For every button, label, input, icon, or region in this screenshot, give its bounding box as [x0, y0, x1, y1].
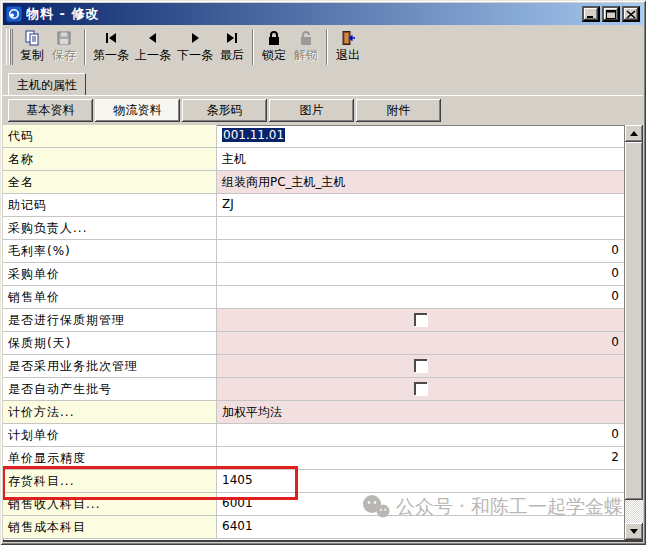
exit-icon [339, 30, 357, 46]
row-auto-batch-no: 是否自动产生批号 [3, 378, 624, 401]
scrollbar-thumb[interactable] [625, 142, 643, 500]
row-label: 单价显示精度 [3, 447, 217, 469]
toolbar-last-button[interactable]: 最后 [216, 27, 248, 67]
lock-icon [265, 30, 283, 46]
row-shelf-life-mgmt: 是否进行保质期管理 [3, 309, 624, 332]
row-label: 是否采用业务批次管理 [3, 355, 217, 377]
row-shelf-life-days: 保质期(天)0 [3, 332, 624, 355]
toolbar-prev-button[interactable]: 上一条 [132, 27, 174, 67]
row-sale-price: 销售单价0 [3, 286, 624, 309]
row-label: 销售成本科目 [3, 516, 217, 538]
scroll-down-button[interactable] [625, 523, 643, 540]
checkbox-auto-batch-no[interactable] [414, 382, 427, 395]
field-code[interactable]: 001.11.01 [217, 125, 624, 147]
tab-label: 基本资料 [27, 102, 75, 119]
toolbar-exit-button[interactable]: 退出 [332, 27, 364, 67]
toolbar-button-label: 解锁 [294, 47, 318, 64]
tab-label: 附件 [387, 102, 411, 119]
toolbar-first-button[interactable]: 第一条 [90, 27, 132, 67]
row-mnemonic-code: 助记码ZJ [3, 194, 624, 217]
field-price-precision[interactable]: 2 [217, 447, 624, 469]
toolbar-button-label: 退出 [336, 47, 360, 64]
field-pricing-method[interactable]: 加权平均法 [217, 401, 624, 423]
tab-label: 图片 [300, 102, 324, 119]
toolbar-separator [326, 29, 328, 65]
field-batch-mgmt[interactable] [217, 355, 624, 377]
row-label: 计划单价 [3, 424, 217, 446]
field-sale-price[interactable]: 0 [217, 286, 624, 308]
toolbar-button-label: 下一条 [177, 47, 213, 64]
row-label: 存货科目... [3, 470, 217, 492]
row-batch-mgmt: 是否采用业务批次管理 [3, 355, 624, 378]
tab-entity-properties[interactable]: 主机的属性 [8, 73, 86, 95]
toolbar: 复制保存第一条上一条下一条最后锁定解锁退出 [3, 25, 643, 69]
tab-label: 条形码 [207, 102, 243, 119]
row-label: 采购负责人... [3, 217, 217, 239]
close-button[interactable] [622, 6, 640, 22]
row-label: 助记码 [3, 194, 217, 216]
tab-basic[interactable]: 基本资料 [8, 99, 93, 122]
checkbox-batch-mgmt[interactable] [414, 359, 427, 372]
tab-picture[interactable]: 图片 [269, 99, 354, 122]
toolbar-save-button: 保存 [48, 27, 80, 67]
field-name[interactable]: 主机 [217, 148, 624, 170]
scroll-up-button[interactable] [625, 125, 643, 142]
copy-icon [23, 30, 41, 46]
row-purchase-manager: 采购负责人... [3, 217, 624, 240]
row-code: 代码001.11.01 [3, 125, 624, 148]
minimize-button[interactable] [582, 6, 600, 22]
toolbar-next-button[interactable]: 下一条 [174, 27, 216, 67]
row-label: 保质期(天) [3, 332, 217, 354]
row-pricing-method: 计价方法...加权平均法 [3, 401, 624, 424]
field-shelf-life-mgmt[interactable] [217, 309, 624, 331]
checkbox-shelf-life-mgmt[interactable] [414, 313, 427, 326]
field-planned-price[interactable]: 0 [217, 424, 624, 446]
tab-barcode[interactable]: 条形码 [182, 99, 267, 122]
toolbar-unlock-button: 解锁 [290, 27, 322, 67]
maximize-icon [606, 10, 616, 19]
last-record-icon [223, 30, 241, 46]
property-grid-rows: 代码001.11.01名称主机全名组装商用PC_主机_主机助记码ZJ采购负责人.… [3, 125, 624, 540]
field-sales-cost-account[interactable]: 6401 [217, 516, 624, 538]
field-full-name[interactable]: 组装商用PC_主机_主机 [217, 171, 624, 193]
row-label: 是否进行保质期管理 [3, 309, 217, 331]
toolbar-button-label: 锁定 [262, 47, 286, 64]
row-purchase-price: 采购单价0 [3, 263, 624, 286]
toolbar-button-label: 保存 [52, 47, 76, 64]
field-inventory-account[interactable]: 1405 [217, 470, 624, 492]
scrollbar-track[interactable] [625, 500, 643, 523]
row-sales-revenue-account: 销售收入科目...6001 [3, 493, 624, 516]
row-planned-price: 计划单价0 [3, 424, 624, 447]
row-label: 销售收入科目... [3, 493, 217, 515]
tab-attachment[interactable]: 附件 [356, 99, 441, 122]
toolbar-button-label: 第一条 [93, 47, 129, 64]
toolbar-button-label: 最后 [220, 47, 244, 64]
tab-logistics[interactable]: 物流资料 [95, 99, 180, 122]
field-sales-revenue-account[interactable]: 6001 [217, 493, 624, 515]
row-label: 销售单价 [3, 286, 217, 308]
first-record-icon [102, 30, 120, 46]
row-gross-margin: 毛利率(%)0 [3, 240, 624, 263]
unlock-icon [297, 30, 315, 46]
toolbar-copy-button[interactable]: 复制 [16, 27, 48, 67]
scroll-up-icon [630, 131, 638, 136]
toolbar-separator [84, 29, 86, 65]
tab-label: 物流资料 [114, 102, 162, 119]
field-auto-batch-no[interactable] [217, 378, 624, 400]
field-mnemonic-code[interactable]: ZJ [217, 194, 624, 216]
toolbar-lock-button[interactable]: 锁定 [258, 27, 290, 67]
field-purchase-manager[interactable] [217, 217, 624, 239]
window-title: 物料 - 修改 [26, 5, 576, 23]
previous-record-icon [144, 30, 162, 46]
section-tabs: 基本资料物流资料条形码图片附件 [3, 96, 643, 125]
row-label: 毛利率(%) [3, 240, 217, 262]
maximize-button[interactable] [602, 6, 620, 22]
row-label: 代码 [3, 125, 217, 147]
field-purchase-price[interactable]: 0 [217, 263, 624, 285]
row-label: 计价方法... [3, 401, 217, 423]
field-gross-margin[interactable]: 0 [217, 240, 624, 262]
field-shelf-life-days[interactable]: 0 [217, 332, 624, 354]
minimize-icon [586, 10, 596, 19]
toolbar-grip-handle[interactable] [6, 29, 13, 65]
vertical-scrollbar[interactable] [624, 125, 643, 540]
